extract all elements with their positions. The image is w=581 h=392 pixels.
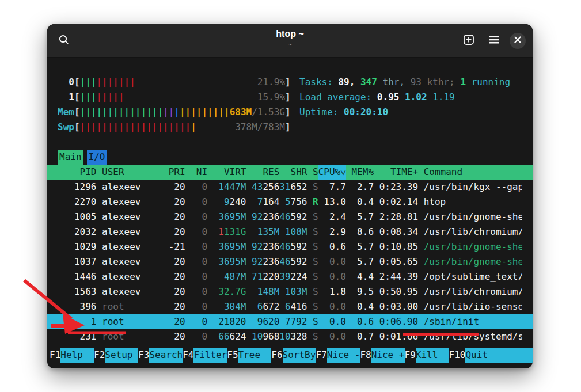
process-row-pid-2032[interactable]: 2032alexeev2001131G135M108MS2.98.60:08.3… [58,224,522,239]
search-icon [58,34,70,47]
meter-cpu1: 1[||||||||15.9%] [58,90,295,105]
headerbar: htop ~ ~ [47,24,533,58]
column-header-time[interactable]: TIME+ [374,165,418,180]
column-header-res[interactable]: RES [246,165,279,180]
meter-cpu0: 0[||||||||||21.9%] [58,75,295,90]
fkey-f1[interactable]: F1Help [50,348,94,363]
column-header-mem[interactable]: MEM% [346,165,374,180]
meter-mem: Mem[|||||||||||||||||||||||||||683M/1.53… [58,105,295,120]
fkey-f5[interactable]: F5Tree [227,348,271,363]
new-tab-button[interactable] [459,31,479,51]
process-row-pid-1029[interactable]: 1029alexeev-2103695M9223646592S0.65.70:1… [58,239,522,254]
process-row-pid-1296[interactable]: 1296alexeev2001447M4325631652S7.72.70:23… [58,180,522,195]
column-header-pri[interactable]: PRI [157,165,185,180]
process-row-pid-1[interactable]: 1root2002182096207792S0.00.60:06.90/sbin… [47,314,533,329]
fkey-f2[interactable]: F2Setup [94,348,138,363]
process-row-pid-1037[interactable]: 1037alexeev2003695M9223646592S0.05.70:05… [58,254,522,269]
column-header-cmd[interactable]: Command [424,165,522,180]
tab-bar: MainI/O [58,150,522,165]
process-row-pid-1446[interactable]: 1446alexeev200487M7122039224S0.04.42:44.… [58,269,522,284]
process-row-pid-1563[interactable]: 1563alexeev20032.7G148M103MS1.89.50:50.9… [58,284,522,299]
tab-main[interactable]: Main [58,150,83,165]
tab-io[interactable]: I/O [87,150,107,165]
fkey-f3[interactable]: F3Search [138,348,183,363]
tasks-line: Tasks: 89, 347 thr, 93 kthr; 1 running [299,75,522,90]
close-button[interactable] [510,33,526,49]
column-header-pid[interactable]: PID [58,165,96,180]
load-average-line: Load average: 0.95 1.02 1.19 [299,90,522,105]
close-icon [514,36,521,45]
search-button[interactable] [54,31,74,51]
process-row-pid-231[interactable]: 231root200666241096810328S0.00.70:01.66/… [58,329,522,344]
meters-and-info: 0[||||||||||21.9%]1[||||||||15.9%]Mem[||… [58,75,522,135]
process-list: 1296alexeev2001447M4325631652S7.72.70:23… [58,180,522,344]
menu-icon [488,35,500,46]
meters: 0[||||||||||21.9%]1[||||||||15.9%]Mem[||… [58,75,295,135]
column-header-virt[interactable]: VIRT [207,165,246,180]
sysinfo: Tasks: 89, 347 thr, 93 kthr; 1 runningLo… [295,75,522,135]
column-header-cpu[interactable]: CPU%▽ [318,165,346,180]
fkey-f9[interactable]: F9Kill [405,348,449,363]
terminal-area: 0[||||||||||21.9%]1[||||||||15.9%]Mem[||… [47,58,533,368]
column-header-shr[interactable]: SHR [279,165,307,180]
meter-swp: Swp[|||||||||||||||||||||378M/783M] [58,120,295,135]
headerbar-controls [459,31,526,51]
menu-button[interactable] [484,31,504,51]
process-row-pid-396[interactable]: 396root200304M66726416S0.00.40:03.00/usr… [58,299,522,314]
console-window: htop ~ ~ [47,24,533,368]
fkey-f6[interactable]: F6SortBy [271,348,316,363]
table-header: PIDUSERPRINIVIRTRESSHRSCPU%▽MEM%TIME+Com… [47,165,533,180]
process-row-pid-2270[interactable]: 2270alexeev200924071645756R13.00.40:02.1… [58,195,522,210]
column-header-user[interactable]: USER [102,165,157,180]
fkey-f10[interactable]: F10Quit [449,348,533,363]
fkey-f8[interactable]: F8Nice + [360,348,404,363]
process-row-pid-1005[interactable]: 1005alexeev2003695M9223646592S2.45.72:28… [58,210,522,224]
fkey-f4[interactable]: F4Filter [183,348,227,363]
blank-line [58,135,522,150]
new-tab-icon [462,33,475,48]
screenshot-stage: htop ~ ~ [0,0,581,392]
column-header-ni[interactable]: NI [185,165,208,180]
fkey-bar: F1Help F2Setup F3SearchF4FilterF5Tree F6… [47,348,533,363]
fkey-f7[interactable]: F7Nice - [316,348,360,363]
uptime-line: Uptime: 00:20:10 [299,105,522,120]
column-header-s[interactable]: S [307,165,318,180]
